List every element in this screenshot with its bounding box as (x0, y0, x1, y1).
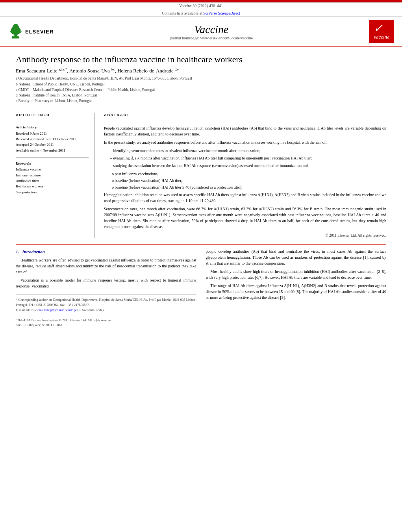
sciverse-link[interactable]: SciVerse ScienceDirect (203, 11, 240, 15)
bottom-info: 0264-410X/$ – see front matter © 2011 El… (16, 316, 196, 328)
intro-col2-para-2: The range of HAI Ab titers against Influ… (206, 283, 387, 300)
history-label: Article history: (16, 125, 89, 129)
keyword-0: Influenza vaccine (16, 167, 89, 172)
circle-2: baseline (before vaccination) HAI Ab tit… (112, 184, 386, 190)
elsevier-tree-icon (8, 23, 24, 41)
info-abstract-columns: ARTICLE INFO Article history: Received 9… (16, 113, 386, 238)
footnote-corresponding: * Corresponding author at: Occupational … (16, 297, 196, 308)
vaccine-logo: ✓ vaccine (369, 20, 394, 43)
affiliations: a Occupational Health Department, Hospit… (16, 76, 386, 104)
article-citation: Vaccine 30 (2012) 436–441 (0, 2, 402, 9)
authors-text: Ema Sacadura-Leite a,b,c,*, Antonio Sous… (16, 68, 179, 74)
footnote-email: E-mail address: ema.leite@hsm.min-saude.… (16, 308, 196, 313)
article-info-header: ARTICLE INFO (16, 113, 89, 117)
affil-e: e Faculty of Pharmacy of Lisbon, Lisbon,… (16, 98, 386, 104)
journal-homepage: journal homepage: www.elsevier.com/locat… (54, 36, 369, 40)
intro-col1-para-1: Vaccination is a possible model for immu… (16, 277, 196, 289)
affil-b: b National School of Public Health, UNL,… (16, 82, 386, 87)
affil-d: d National Institute of Health, INSA, Li… (16, 93, 386, 98)
journal-top-bar: Contents lists available at SciVerse Sci… (0, 9, 402, 17)
keyword-2: Antibodies titers (16, 178, 89, 184)
introduction-section: 1. Introduction Healthcare workers are o… (16, 248, 386, 328)
license-text: 0264-410X/$ – see front matter © 2011 El… (16, 318, 113, 322)
footnotes: * Corresponding author at: Occupational … (16, 295, 196, 312)
separator-abstract (104, 121, 386, 121)
intro-title-text: Introduction (22, 249, 45, 254)
history-item-0: Received 9 June 2011 (16, 131, 89, 136)
abstract-para-1: People vaccinated against influenza deve… (104, 125, 386, 137)
history-item-2: Accepted 24 October 2011 (16, 142, 89, 147)
keyword-1: Immune response (16, 172, 89, 178)
svg-point-4 (13, 24, 19, 27)
abstract-text: People vaccinated against influenza deve… (104, 125, 386, 238)
authors-line: Ema Sacadura-Leite a,b,c,*, Antonio Sous… (16, 68, 386, 74)
intro-col1-para-0: Healthcare workers are often advised to … (16, 257, 196, 275)
intro-col-2: people develop antibodies (Ab) that bind… (206, 248, 387, 328)
citation-text: Vaccine 30 (2012) 436–441 (179, 4, 223, 8)
separator-keywords (16, 157, 89, 158)
page: Vaccine 30 (2012) 436–441 Contents lists… (0, 0, 402, 332)
intro-col-1: 1. Introduction Healthcare workers are o… (16, 248, 196, 328)
doi-text: doi:10.1016/j.vaccine.2011.10.061 (16, 323, 62, 327)
abstract-para-4: Seroconversion rates, one month after va… (104, 206, 386, 230)
abstract-para-3: Hemagglutination inhibition reaction was… (104, 192, 386, 204)
elsevier-logo: ELSEVIER (8, 23, 54, 41)
abstract-header: ABSTRACT (104, 113, 386, 117)
intro-title: 1. Introduction (16, 248, 196, 255)
copyright: © 2011 Elsevier Ltd. All rights reserved… (104, 233, 386, 238)
main-content: Antibody response to the influenza vacci… (0, 47, 402, 332)
bullet-1: evaluating if, six months after vaccinat… (110, 155, 386, 161)
bullet-0: identifying seroconversion rates to triv… (110, 148, 386, 154)
contents-text: Contents lists available at (162, 11, 203, 15)
intro-number: 1. (16, 249, 19, 254)
affil-a: a Occupational Health Department, Hospit… (16, 76, 386, 81)
elsevier-name: ELSEVIER (25, 29, 54, 35)
abstract-para-2: In the present study, we analyzed antibo… (104, 139, 386, 145)
intro-col2-para-0: people develop antibodies (Ab) that bind… (206, 248, 387, 266)
journal-header: Vaccine 30 (2012) 436–441 Contents lists… (0, 2, 402, 47)
journal-name-center: Vaccine journal homepage: www.elsevier.c… (54, 23, 369, 40)
body-separator (16, 244, 386, 245)
intro-col2-para-1: Most healthy adults show high titers of … (206, 269, 387, 280)
journal-title: Vaccine (54, 23, 369, 36)
separator-info (16, 121, 89, 121)
keywords-label: Keywords: (16, 161, 89, 165)
homepage-text: journal homepage: www.elsevier.com/locat… (170, 36, 253, 40)
bullet-2: studying the association between the lac… (110, 163, 386, 169)
journal-banner: ELSEVIER Vaccine journal homepage: www.e… (0, 17, 402, 46)
history-item-3: Available online 4 November 2011 (16, 148, 89, 153)
keyword-3: Healthcare workers (16, 184, 89, 189)
vaccine-logo-label: vaccine (374, 34, 389, 40)
history-item-1: Received in revised form 13 October 2011 (16, 136, 89, 142)
email-link[interactable]: ema.leite@hsm.min-saude.pt (37, 308, 76, 312)
abstract-circle-list: past influenza vaccinations, baseline (b… (112, 171, 386, 190)
article-title: Antibody response to the influenza vacci… (16, 54, 386, 65)
vaccine-v-icon: ✓ (374, 23, 389, 34)
article-info-column: ARTICLE INFO Article history: Received 9… (16, 113, 94, 238)
separator-1 (16, 109, 386, 109)
abstract-column: ABSTRACT People vaccinated against influ… (104, 113, 386, 238)
circle-0: past influenza vaccinations, (112, 171, 386, 177)
abstract-bullet-list: identifying seroconversion rates to triv… (110, 148, 386, 169)
keyword-4: Seroprotection (16, 189, 89, 195)
affil-c: c CMDT – Malaria and Tropical Diseases R… (16, 87, 386, 93)
circle-1: baseline (before vaccination) HAI Ab tit… (112, 178, 386, 184)
keywords-section: Keywords: Influenza vaccine Immune respo… (16, 161, 89, 195)
